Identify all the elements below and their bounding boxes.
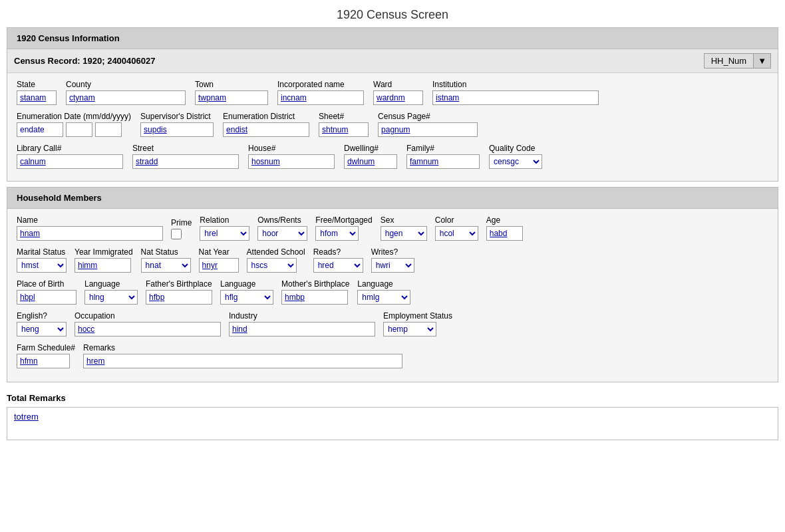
farmschedule-label: Farm Schedule# xyxy=(17,343,75,352)
color-select[interactable]: hcol xyxy=(435,226,478,241)
sex-select[interactable]: hgen xyxy=(381,226,427,241)
librarycall-field-group: Library Call# xyxy=(17,144,123,169)
language1-select[interactable]: hlng xyxy=(84,290,138,305)
yearimmigrated-field-group: Year Immigrated xyxy=(75,247,133,273)
ownsrents-select[interactable]: hoor xyxy=(257,226,307,241)
supdistrict-field-group: Supervisor's District xyxy=(140,112,214,137)
marital-label: Marital Status xyxy=(17,247,67,257)
census-row-2: Enumeration Date (mm/dd/yyyy) Supervisor… xyxy=(17,112,768,137)
ward-field-group: Ward xyxy=(373,80,423,105)
remarks-field-group: Remarks xyxy=(83,343,402,368)
sheet-field-group: Sheet# xyxy=(319,112,369,137)
english-select[interactable]: heng xyxy=(17,322,67,336)
prime-field-group: Prime xyxy=(171,218,192,241)
county-input[interactable] xyxy=(66,90,186,105)
state-input[interactable] xyxy=(17,90,57,105)
birthplace-input[interactable] xyxy=(17,290,77,305)
census-record-bar: Census Record: 1920; 2400406027 HH_Num ▼ xyxy=(7,49,778,73)
street-input[interactable] xyxy=(132,154,239,169)
fathersbirthplace-input[interactable] xyxy=(146,290,212,305)
writes-select[interactable]: hwri xyxy=(371,258,414,273)
birthplace-field-group: Place of Birth xyxy=(17,279,77,305)
censuspage-field-group: Census Page# xyxy=(378,112,478,137)
street-field-group: Street xyxy=(132,144,239,169)
occupation-label: Occupation xyxy=(75,311,221,321)
hhnum-button[interactable]: HH_Num ▼ xyxy=(704,53,771,68)
natstatus-select[interactable]: hnat xyxy=(141,258,191,273)
english-label: English? xyxy=(17,311,67,321)
town-input[interactable] xyxy=(195,90,268,105)
yearimmigrated-label: Year Immigrated xyxy=(75,247,133,257)
librarycall-input[interactable] xyxy=(17,154,123,169)
natyear-input[interactable] xyxy=(199,258,239,273)
attendedschool-label: Attended School xyxy=(247,247,305,257)
enumdate-part2-input[interactable] xyxy=(95,122,122,137)
incorporated-label: Incorporated name xyxy=(277,80,364,89)
sex-field-group: Sex hgen xyxy=(381,215,427,241)
hhnum-arrow-icon: ▼ xyxy=(753,54,770,68)
english-field-group: English? heng xyxy=(17,311,67,336)
librarycall-label: Library Call# xyxy=(17,144,123,153)
marital-select[interactable]: hmst xyxy=(17,258,67,273)
employmentstatus-label: Employment Status xyxy=(383,311,452,321)
yearimmigrated-input[interactable] xyxy=(75,258,131,273)
quality-label: Quality Code xyxy=(489,144,542,153)
mothersbirthplace-field-group: Mother's Birthplace xyxy=(281,279,349,305)
enumdistrict-input[interactable] xyxy=(223,122,309,137)
employmentstatus-select[interactable]: hemp xyxy=(383,322,436,336)
town-label: Town xyxy=(195,80,268,89)
household-section-header: Household Members xyxy=(7,188,778,209)
ward-input[interactable] xyxy=(373,90,423,105)
fathersbirthplace-field-group: Father's Birthplace xyxy=(146,279,212,305)
house-input[interactable] xyxy=(248,154,335,169)
occupation-field-group: Occupation xyxy=(75,311,221,336)
occupation-input[interactable] xyxy=(75,322,221,336)
totrem-link[interactable]: totrem xyxy=(14,412,39,422)
dwelling-label: Dwelling# xyxy=(344,144,397,153)
enumdate-label: Enumeration Date (mm/dd/yyyy) xyxy=(17,112,131,121)
enumdate-part1-input[interactable] xyxy=(66,122,92,137)
industry-input[interactable] xyxy=(229,322,375,336)
state-label: State xyxy=(17,80,57,89)
total-remarks-section: Total Remarks totrem xyxy=(0,388,785,447)
page-title: 1920 Census Screen xyxy=(0,0,785,27)
family-input[interactable] xyxy=(406,154,480,169)
language2-select[interactable]: hflg xyxy=(220,290,273,305)
quality-select[interactable]: censgc xyxy=(489,154,542,169)
street-label: Street xyxy=(132,144,239,153)
reads-select[interactable]: hred xyxy=(313,258,363,273)
hh-name-input[interactable] xyxy=(17,226,163,241)
sheet-input[interactable] xyxy=(319,122,369,137)
dwelling-input[interactable] xyxy=(344,154,397,169)
household-fields-area: Name Prime Relation hrel Owns/Rents h xyxy=(7,209,778,382)
industry-label: Industry xyxy=(229,311,375,321)
age-label: Age xyxy=(486,215,523,225)
institution-input[interactable] xyxy=(432,90,599,105)
mothersbirthplace-input[interactable] xyxy=(281,290,348,305)
hh-name-label: Name xyxy=(17,215,163,225)
reads-field-group: Reads? hred xyxy=(313,247,363,273)
freemortgaged-select[interactable]: hfom xyxy=(315,226,359,241)
incorporated-input[interactable] xyxy=(277,90,364,105)
prime-checkbox[interactable] xyxy=(171,229,182,239)
prime-label: Prime xyxy=(171,218,192,227)
hh-row-4: English? heng Occupation Industry Employ… xyxy=(17,311,768,336)
attendedschool-select[interactable]: hscs xyxy=(247,258,297,273)
age-input[interactable] xyxy=(486,226,523,241)
farmschedule-input[interactable] xyxy=(17,354,70,368)
relation-select[interactable]: hrel xyxy=(200,226,249,241)
institution-field-group: Institution xyxy=(432,80,599,105)
sex-label: Sex xyxy=(381,215,427,225)
census-row-1: State County Town Incorporated name Ward xyxy=(17,80,768,105)
farmschedule-field-group: Farm Schedule# xyxy=(17,343,75,368)
censuspage-input[interactable] xyxy=(378,122,478,137)
color-field-group: Color hcol xyxy=(435,215,478,241)
supdistrict-input[interactable] xyxy=(140,122,214,137)
language3-field-group: Language hmlg xyxy=(357,279,410,305)
remarks-input[interactable] xyxy=(83,354,402,368)
incorporated-field-group: Incorporated name xyxy=(277,80,364,105)
language3-select[interactable]: hmlg xyxy=(357,290,410,305)
enumdate-main-input[interactable] xyxy=(17,122,63,137)
remarks-label: Remarks xyxy=(83,343,402,352)
marital-field-group: Marital Status hmst xyxy=(17,247,67,273)
